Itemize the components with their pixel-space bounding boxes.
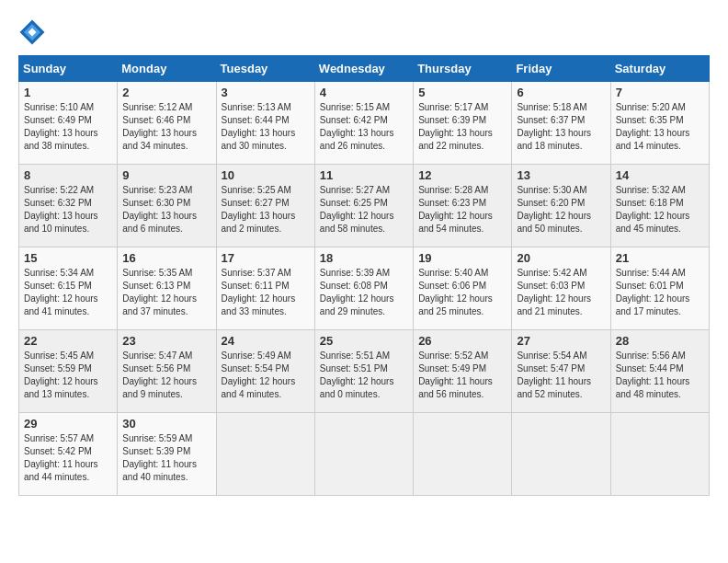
day-number: 26 — [418, 334, 506, 348]
calendar-cell: 3Sunrise: 5:13 AMSunset: 6:44 PMDaylight… — [216, 82, 314, 165]
day-info: Sunrise: 5:27 AMSunset: 6:25 PMDaylight:… — [320, 184, 408, 236]
col-header-monday: Monday — [118, 56, 216, 82]
day-number: 3 — [222, 86, 310, 99]
calendar-cell: 22Sunrise: 5:45 AMSunset: 5:59 PMDayligh… — [19, 330, 118, 413]
day-number: 21 — [616, 251, 704, 265]
calendar-cell: 4Sunrise: 5:15 AMSunset: 6:42 PMDaylight… — [314, 82, 413, 165]
day-number: 9 — [122, 168, 210, 182]
day-number: 8 — [24, 168, 112, 182]
col-header-sunday: Sunday — [19, 56, 118, 82]
day-number: 13 — [517, 168, 605, 182]
calendar-cell: 27Sunrise: 5:54 AMSunset: 5:47 PMDayligh… — [512, 330, 610, 413]
calendar-cell: 19Sunrise: 5:40 AMSunset: 6:06 PMDayligh… — [414, 247, 512, 330]
day-number: 22 — [24, 334, 112, 348]
day-info: Sunrise: 5:40 AMSunset: 6:06 PMDaylight:… — [418, 267, 506, 318]
calendar-cell: 7Sunrise: 5:20 AMSunset: 6:35 PMDaylight… — [610, 82, 709, 165]
calendar-header-row: SundayMondayTuesdayWednesdayThursdayFrid… — [19, 56, 710, 82]
calendar-cell: 13Sunrise: 5:30 AMSunset: 6:20 PMDayligh… — [512, 165, 610, 247]
day-info: Sunrise: 5:51 AMSunset: 5:51 PMDaylight:… — [320, 350, 408, 401]
calendar-cell: 25Sunrise: 5:51 AMSunset: 5:51 PMDayligh… — [314, 330, 413, 413]
calendar-cell: 28Sunrise: 5:56 AMSunset: 5:44 PMDayligh… — [610, 330, 709, 413]
calendar-cell: 14Sunrise: 5:32 AMSunset: 6:18 PMDayligh… — [610, 165, 709, 247]
day-info: Sunrise: 5:56 AMSunset: 5:44 PMDaylight:… — [616, 350, 704, 401]
calendar-cell — [610, 413, 709, 496]
day-info: Sunrise: 5:18 AMSunset: 6:37 PMDaylight:… — [517, 101, 605, 153]
calendar-cell — [512, 413, 610, 496]
day-number: 18 — [320, 251, 408, 265]
calendar-cell: 5Sunrise: 5:17 AMSunset: 6:39 PMDaylight… — [414, 82, 512, 165]
day-number: 5 — [418, 86, 506, 99]
day-number: 28 — [616, 334, 704, 348]
col-header-wednesday: Wednesday — [314, 56, 413, 82]
calendar-cell: 17Sunrise: 5:37 AMSunset: 6:11 PMDayligh… — [216, 247, 314, 330]
day-info: Sunrise: 5:17 AMSunset: 6:39 PMDaylight:… — [418, 101, 506, 153]
day-number: 6 — [517, 86, 605, 99]
calendar-week-row: 1Sunrise: 5:10 AMSunset: 6:49 PMDaylight… — [19, 82, 710, 165]
day-number: 1 — [24, 86, 112, 99]
calendar-cell: 16Sunrise: 5:35 AMSunset: 6:13 PMDayligh… — [118, 247, 216, 330]
calendar-week-row: 15Sunrise: 5:34 AMSunset: 6:15 PMDayligh… — [19, 247, 710, 330]
calendar-cell — [216, 413, 314, 496]
calendar-cell: 30Sunrise: 5:59 AMSunset: 5:39 PMDayligh… — [118, 413, 216, 496]
day-number: 2 — [122, 86, 210, 99]
calendar-cell: 10Sunrise: 5:25 AMSunset: 6:27 PMDayligh… — [216, 165, 314, 247]
day-info: Sunrise: 5:10 AMSunset: 6:49 PMDaylight:… — [24, 101, 112, 153]
calendar-cell: 21Sunrise: 5:44 AMSunset: 6:01 PMDayligh… — [610, 247, 709, 330]
day-number: 16 — [122, 251, 210, 265]
calendar-week-row: 8Sunrise: 5:22 AMSunset: 6:32 PMDaylight… — [19, 165, 710, 247]
calendar-cell: 15Sunrise: 5:34 AMSunset: 6:15 PMDayligh… — [19, 247, 118, 330]
day-number: 29 — [24, 417, 112, 431]
day-info: Sunrise: 5:47 AMSunset: 5:56 PMDaylight:… — [122, 350, 210, 401]
col-header-friday: Friday — [512, 56, 610, 82]
calendar-cell: 24Sunrise: 5:49 AMSunset: 5:54 PMDayligh… — [216, 330, 314, 413]
day-number: 15 — [24, 251, 112, 265]
day-info: Sunrise: 5:34 AMSunset: 6:15 PMDaylight:… — [24, 267, 112, 318]
logo — [18, 18, 50, 46]
day-info: Sunrise: 5:49 AMSunset: 5:54 PMDaylight:… — [222, 350, 310, 401]
day-number: 11 — [320, 168, 408, 182]
calendar-cell: 6Sunrise: 5:18 AMSunset: 6:37 PMDaylight… — [512, 82, 610, 165]
calendar-cell: 26Sunrise: 5:52 AMSunset: 5:49 PMDayligh… — [414, 330, 512, 413]
day-info: Sunrise: 5:44 AMSunset: 6:01 PMDaylight:… — [616, 267, 704, 318]
day-number: 4 — [320, 86, 408, 99]
day-number: 25 — [320, 334, 408, 348]
calendar-cell: 29Sunrise: 5:57 AMSunset: 5:42 PMDayligh… — [19, 413, 118, 496]
day-number: 24 — [222, 334, 310, 348]
calendar-cell: 9Sunrise: 5:23 AMSunset: 6:30 PMDaylight… — [118, 165, 216, 247]
calendar-cell — [314, 413, 413, 496]
day-number: 14 — [616, 168, 704, 182]
calendar-cell: 8Sunrise: 5:22 AMSunset: 6:32 PMDaylight… — [19, 165, 118, 247]
day-info: Sunrise: 5:28 AMSunset: 6:23 PMDaylight:… — [418, 184, 506, 236]
calendar-cell — [414, 413, 512, 496]
day-info: Sunrise: 5:30 AMSunset: 6:20 PMDaylight:… — [517, 184, 605, 236]
day-number: 19 — [418, 251, 506, 265]
calendar-cell: 23Sunrise: 5:47 AMSunset: 5:56 PMDayligh… — [118, 330, 216, 413]
calendar-cell: 1Sunrise: 5:10 AMSunset: 6:49 PMDaylight… — [19, 82, 118, 165]
calendar-week-row: 22Sunrise: 5:45 AMSunset: 5:59 PMDayligh… — [19, 330, 710, 413]
day-info: Sunrise: 5:12 AMSunset: 6:46 PMDaylight:… — [122, 101, 210, 153]
calendar-table: SundayMondayTuesdayWednesdayThursdayFrid… — [18, 55, 710, 496]
logo-icon — [18, 18, 46, 46]
day-info: Sunrise: 5:13 AMSunset: 6:44 PMDaylight:… — [222, 101, 310, 153]
day-info: Sunrise: 5:23 AMSunset: 6:30 PMDaylight:… — [122, 184, 210, 236]
col-header-tuesday: Tuesday — [216, 56, 314, 82]
day-info: Sunrise: 5:52 AMSunset: 5:49 PMDaylight:… — [418, 350, 506, 401]
day-number: 20 — [517, 251, 605, 265]
day-info: Sunrise: 5:45 AMSunset: 5:59 PMDaylight:… — [24, 350, 112, 401]
day-number: 23 — [122, 334, 210, 348]
day-number: 10 — [222, 168, 310, 182]
day-info: Sunrise: 5:22 AMSunset: 6:32 PMDaylight:… — [24, 184, 112, 236]
day-info: Sunrise: 5:39 AMSunset: 6:08 PMDaylight:… — [320, 267, 408, 318]
calendar-cell: 18Sunrise: 5:39 AMSunset: 6:08 PMDayligh… — [314, 247, 413, 330]
day-info: Sunrise: 5:20 AMSunset: 6:35 PMDaylight:… — [616, 101, 704, 153]
day-info: Sunrise: 5:25 AMSunset: 6:27 PMDaylight:… — [222, 184, 310, 236]
day-number: 12 — [418, 168, 506, 182]
calendar-cell: 11Sunrise: 5:27 AMSunset: 6:25 PMDayligh… — [314, 165, 413, 247]
day-number: 30 — [122, 417, 210, 431]
day-info: Sunrise: 5:54 AMSunset: 5:47 PMDaylight:… — [517, 350, 605, 401]
day-number: 17 — [222, 251, 310, 265]
col-header-saturday: Saturday — [610, 56, 709, 82]
day-info: Sunrise: 5:37 AMSunset: 6:11 PMDaylight:… — [222, 267, 310, 318]
calendar-week-row: 29Sunrise: 5:57 AMSunset: 5:42 PMDayligh… — [19, 413, 710, 496]
col-header-thursday: Thursday — [414, 56, 512, 82]
